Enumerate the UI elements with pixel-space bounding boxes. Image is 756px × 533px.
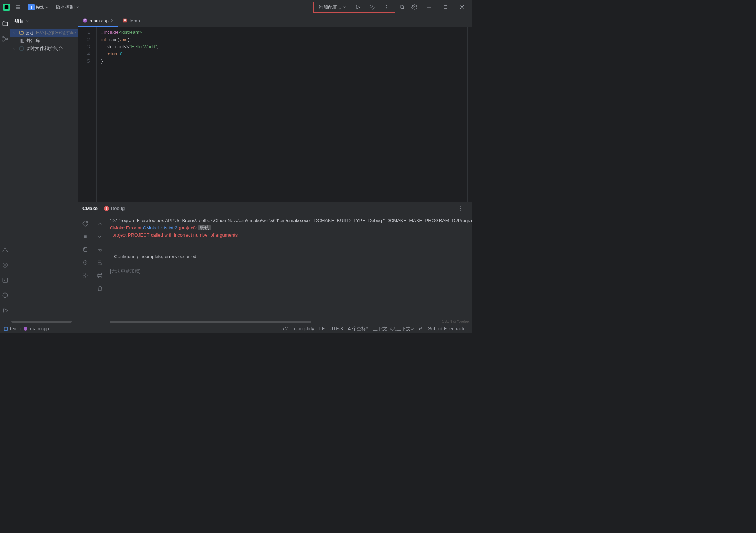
clang-tidy-status[interactable]: .clang-tidy bbox=[293, 326, 314, 331]
editor-body[interactable]: 12345 #include<iostream>int main(void){ … bbox=[78, 27, 472, 202]
svg-point-6 bbox=[386, 5, 387, 6]
svg-point-51 bbox=[460, 210, 461, 210]
project-tool-icon[interactable] bbox=[0, 19, 10, 29]
horizontal-scrollbar[interactable] bbox=[110, 321, 311, 323]
svg-point-50 bbox=[460, 208, 461, 209]
cmake-settings-icon[interactable] bbox=[80, 257, 90, 268]
debug-tab-label: Debug bbox=[111, 206, 125, 211]
horizontal-scrollbar[interactable] bbox=[10, 321, 78, 324]
console-toolbar-2 bbox=[93, 215, 107, 324]
tab-label: main.cpp bbox=[90, 18, 109, 23]
tree-row-external-lib[interactable]: 外部库 bbox=[10, 37, 78, 45]
run-config-area: 添加配置... bbox=[313, 2, 395, 13]
folder-icon bbox=[19, 30, 24, 35]
search-icon[interactable] bbox=[397, 2, 407, 12]
gear-icon[interactable] bbox=[80, 270, 90, 281]
hamburger-menu-icon[interactable] bbox=[13, 2, 23, 12]
hide-panel-icon[interactable] bbox=[469, 203, 472, 214]
tab-more-icon[interactable] bbox=[469, 17, 472, 27]
editor-close-button[interactable]: 关闭 bbox=[467, 27, 472, 202]
more-actions-icon[interactable] bbox=[382, 2, 392, 12]
problems-tool-icon[interactable] bbox=[0, 245, 10, 255]
tree-row-scratches[interactable]: › 临时文件和控制台 bbox=[10, 45, 78, 53]
run-button[interactable] bbox=[353, 2, 363, 12]
clear-icon[interactable] bbox=[95, 283, 105, 294]
project-badge-icon: T bbox=[28, 4, 35, 10]
run-config-label: 添加配置... bbox=[319, 4, 341, 10]
titlebar: T text 版本控制 添加配置... bbox=[0, 0, 472, 14]
line-gutter: 12345 bbox=[78, 27, 97, 202]
structure-tool-icon[interactable] bbox=[0, 34, 10, 44]
info-tool-icon[interactable] bbox=[0, 290, 10, 300]
console-output[interactable]: "D:\Program Files\Toolbox APP\JetBrains\… bbox=[107, 215, 472, 324]
soft-wrap-icon[interactable] bbox=[95, 245, 105, 255]
console-toolbar-1 bbox=[78, 215, 93, 324]
up-arrow-icon[interactable] bbox=[95, 219, 105, 229]
down-arrow-icon[interactable] bbox=[95, 232, 105, 242]
svg-rect-0 bbox=[5, 5, 9, 9]
settings-icon[interactable] bbox=[409, 2, 419, 12]
minimize-button[interactable] bbox=[422, 2, 436, 13]
svg-rect-68 bbox=[4, 327, 7, 330]
svg-point-33 bbox=[3, 308, 4, 310]
console-line: -- Configuring incomplete, errors occurr… bbox=[110, 253, 472, 260]
tree-row-project-root[interactable]: › text E:\A我的C++程序\text bbox=[10, 29, 78, 37]
svg-point-56 bbox=[84, 261, 87, 265]
console-line: CMake Error at CMakeLists.txt:2 (project… bbox=[110, 224, 472, 232]
error-file-link[interactable]: CMakeLists.txt:2 bbox=[143, 225, 177, 230]
svg-line-10 bbox=[403, 8, 404, 9]
stop-icon[interactable] bbox=[80, 232, 90, 242]
debug-tab[interactable]: ! Debug bbox=[104, 206, 125, 211]
reload-icon[interactable] bbox=[80, 219, 90, 229]
close-icon[interactable]: × bbox=[111, 18, 114, 23]
more-tools-icon[interactable] bbox=[0, 49, 10, 59]
svg-point-23 bbox=[6, 54, 7, 54]
editor-area: C main.cpp × H temp 12345 #include<iostr… bbox=[78, 14, 472, 324]
cursor-position[interactable]: 5:2 bbox=[281, 326, 288, 331]
svg-point-5 bbox=[372, 6, 373, 8]
attach-icon[interactable] bbox=[80, 245, 90, 255]
tree-path: E:\A我的C++程序\text bbox=[36, 30, 78, 36]
cmake-tab[interactable]: CMake bbox=[82, 206, 98, 211]
svg-point-55 bbox=[84, 248, 85, 249]
maximize-button[interactable] bbox=[438, 2, 453, 13]
tree-label: text bbox=[26, 30, 33, 36]
console-line bbox=[110, 239, 472, 246]
feedback-link[interactable]: Submit Feedback... bbox=[428, 326, 468, 331]
tab-temp[interactable]: H temp bbox=[118, 14, 144, 27]
close-button[interactable] bbox=[455, 2, 469, 13]
print-icon[interactable] bbox=[95, 270, 105, 281]
watermark: CSDN @Yorelee. bbox=[442, 319, 470, 323]
project-selector[interactable]: T text bbox=[26, 3, 51, 12]
breadcrumb-module[interactable]: text bbox=[10, 326, 18, 331]
services-tool-icon[interactable] bbox=[0, 260, 10, 270]
context-status[interactable]: 上下文: <无上下文> bbox=[373, 326, 414, 332]
tab-main-cpp[interactable]: C main.cpp × bbox=[78, 14, 118, 27]
panel-options-icon[interactable] bbox=[456, 203, 466, 214]
line-ending[interactable]: LF bbox=[319, 326, 325, 331]
svg-rect-54 bbox=[84, 248, 87, 252]
debug-button[interactable] bbox=[367, 2, 377, 12]
indent-setting[interactable]: 4 个空格* bbox=[348, 326, 368, 332]
bottom-panel: CMake ! Debug bbox=[78, 202, 472, 324]
lock-icon[interactable] bbox=[419, 327, 423, 331]
run-config-selector[interactable]: 添加配置... bbox=[316, 3, 348, 12]
project-panel-header[interactable]: 项目 bbox=[10, 14, 78, 27]
encoding[interactable]: UTF-8 bbox=[330, 326, 343, 331]
console-line: "D:\Program Files\Toolbox APP\JetBrains\… bbox=[110, 217, 472, 224]
terminal-tool-icon[interactable] bbox=[0, 275, 10, 285]
svg-rect-16 bbox=[3, 36, 4, 38]
svg-point-11 bbox=[414, 6, 415, 8]
breadcrumb-file[interactable]: main.cpp bbox=[30, 326, 49, 331]
svg-rect-18 bbox=[6, 38, 8, 40]
svg-rect-28 bbox=[3, 278, 8, 282]
app-logo-icon bbox=[3, 4, 10, 11]
project-tree: › text E:\A我的C++程序\text 外部库 › 临时文件和控制台 bbox=[10, 27, 78, 321]
code-area[interactable]: #include<iostream>int main(void){ std::c… bbox=[97, 27, 467, 202]
vcs-tool-icon[interactable] bbox=[0, 305, 10, 315]
vcs-menu[interactable]: 版本控制 bbox=[54, 3, 82, 12]
cpp-file-icon bbox=[23, 327, 28, 331]
left-tool-rail bbox=[0, 14, 10, 324]
scroll-end-icon[interactable] bbox=[95, 257, 105, 268]
bottom-panel-tabs: CMake ! Debug bbox=[78, 202, 472, 215]
